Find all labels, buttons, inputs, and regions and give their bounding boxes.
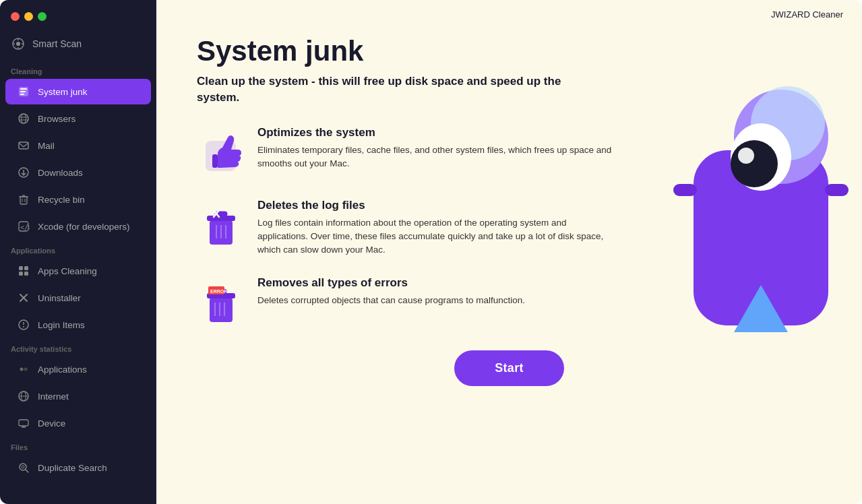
sidebar-item-mail[interactable]: Mail xyxy=(5,133,151,158)
sidebar-item-internet[interactable]: Internet xyxy=(5,383,151,409)
svg-point-10 xyxy=(19,114,28,123)
svg-rect-8 xyxy=(20,91,26,92)
system-junk-icon xyxy=(16,84,31,99)
optimizes-icon xyxy=(197,126,244,180)
main-content: System junk Clean up the system - this w… xyxy=(156,29,862,504)
feature-title-optimizes: Optimizes the system xyxy=(257,126,615,139)
feature-desc-errors: Deletes corrupted objects that can cause… xyxy=(257,294,525,307)
sidebar-item-activity-applications[interactable]: Applications xyxy=(5,356,151,382)
feature-desc-log-files: Log files contain information about the … xyxy=(257,216,615,257)
svg-point-48 xyxy=(731,140,778,187)
uninstaller-label: Uninstaller xyxy=(38,293,81,303)
activity-applications-label: Applications xyxy=(38,365,87,375)
apps-cleaning-icon xyxy=(16,263,31,278)
device-icon xyxy=(16,416,31,431)
svg-text:ERROR: ERROR xyxy=(210,289,227,294)
maximize-button[interactable] xyxy=(38,12,47,21)
svg-rect-63 xyxy=(210,298,233,322)
sidebar-item-system-junk[interactable]: System junk xyxy=(5,79,151,104)
duplicate-search-label: Duplicate Search xyxy=(38,463,107,473)
internet-label: Internet xyxy=(38,391,69,402)
svg-point-34 xyxy=(24,368,28,371)
sidebar-item-browsers[interactable]: Browsers xyxy=(5,106,151,131)
sidebar-item-login-items[interactable]: Login Items xyxy=(5,312,151,338)
sidebar-item-uninstaller[interactable]: Uninstaller xyxy=(5,285,151,311)
mail-label: Mail xyxy=(38,141,55,151)
svg-point-45 xyxy=(734,90,828,184)
page-subtitle: Clean up the system - this will free up … xyxy=(197,73,601,106)
svg-line-42 xyxy=(26,470,28,472)
device-label: Device xyxy=(38,418,65,429)
cleaning-section-label: Cleaning xyxy=(0,61,156,78)
svg-rect-52 xyxy=(825,184,849,196)
browsers-label: Browsers xyxy=(38,114,75,124)
svg-rect-54 xyxy=(212,154,218,168)
svg-point-43 xyxy=(22,466,24,468)
recycle-bin-icon xyxy=(16,192,31,207)
sidebar: Smart Scan Cleaning System junk Browsers xyxy=(0,0,156,504)
sidebar-item-downloads[interactable]: Downloads xyxy=(5,160,151,185)
svg-rect-7 xyxy=(20,88,27,90)
svg-rect-44 xyxy=(694,150,828,325)
feature-item-log-files: Deletes the log files Log files contain … xyxy=(197,199,615,257)
feature-item-errors: ERROR Removes all types of errors Delete… xyxy=(197,276,615,330)
page-title: System junk xyxy=(197,36,822,67)
downloads-icon xyxy=(16,165,31,180)
log-files-icon xyxy=(197,199,244,253)
svg-point-11 xyxy=(22,114,26,123)
internet-icon xyxy=(16,389,31,404)
close-button[interactable] xyxy=(11,12,20,21)
svg-point-33 xyxy=(20,368,24,371)
start-button-wrap: Start xyxy=(197,330,822,393)
duplicate-search-icon xyxy=(16,460,31,475)
svg-point-32 xyxy=(23,326,24,327)
svg-rect-27 xyxy=(24,272,28,276)
smart-scan-label: Smart Scan xyxy=(32,38,82,49)
sidebar-item-device[interactable]: Device xyxy=(5,410,151,436)
applications-section-label: Applications xyxy=(0,240,156,257)
feature-item-optimizes: Optimizes the system Eliminates temporar… xyxy=(197,126,615,180)
smart-scan-icon xyxy=(11,36,26,51)
svg-point-47 xyxy=(731,123,791,191)
xcode-icon: </> xyxy=(16,219,31,234)
svg-point-1 xyxy=(16,42,20,46)
sidebar-item-apps-cleaning[interactable]: Apps Cleaning xyxy=(5,258,151,284)
main-header: JWIZARD Cleaner xyxy=(156,0,862,29)
svg-rect-26 xyxy=(19,272,23,276)
login-items-icon xyxy=(16,317,31,332)
browsers-icon xyxy=(16,111,31,126)
svg-rect-9 xyxy=(20,94,24,95)
sidebar-item-duplicate-search[interactable]: Duplicate Search xyxy=(5,455,151,480)
svg-marker-50 xyxy=(734,285,788,332)
svg-point-49 xyxy=(738,148,754,164)
start-button[interactable]: Start xyxy=(454,350,564,386)
sidebar-item-smart-scan[interactable]: Smart Scan xyxy=(0,30,156,61)
main-content-area: JWIZARD Cleaner xyxy=(156,0,862,504)
features-list: Optimizes the system Eliminates temporar… xyxy=(197,126,615,330)
uninstaller-icon xyxy=(16,290,31,305)
svg-text:</>: </> xyxy=(20,224,30,231)
svg-rect-51 xyxy=(673,184,697,196)
errors-icon: ERROR xyxy=(197,276,244,330)
downloads-label: Downloads xyxy=(38,168,83,178)
xcode-label: Xcode (for developers) xyxy=(38,222,130,232)
feature-title-errors: Removes all types of errors xyxy=(257,276,525,290)
svg-rect-25 xyxy=(24,266,28,270)
svg-rect-14 xyxy=(19,142,28,149)
minimize-button[interactable] xyxy=(24,12,33,21)
system-junk-label: System junk xyxy=(38,87,88,97)
titlebar xyxy=(0,0,156,30)
sidebar-item-recycle-bin[interactable]: Recycle bin xyxy=(5,187,151,212)
svg-point-46 xyxy=(751,86,825,160)
sidebar-item-xcode[interactable]: </> Xcode (for developers) xyxy=(5,214,151,239)
files-section-label: Files xyxy=(0,437,156,454)
svg-rect-24 xyxy=(19,266,23,270)
activity-statistics-section-label: Activity statistics xyxy=(0,338,156,356)
mail-icon xyxy=(16,138,31,153)
svg-rect-38 xyxy=(19,420,28,426)
activity-applications-icon xyxy=(16,362,31,377)
login-items-label: Login Items xyxy=(38,320,85,330)
feature-title-log-files: Deletes the log files xyxy=(257,199,615,212)
app-title: JWIZARD Cleaner xyxy=(771,9,843,20)
apps-cleaning-label: Apps Cleaning xyxy=(38,266,97,276)
